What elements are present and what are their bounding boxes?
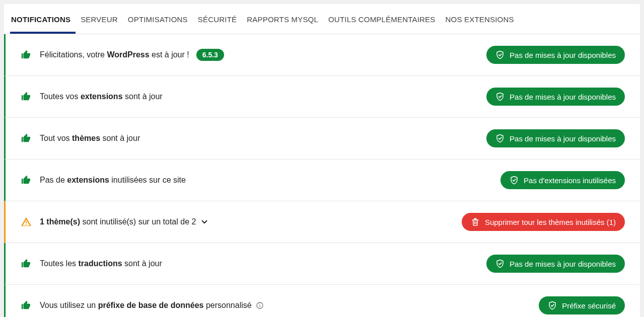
text-bold: extensions bbox=[67, 176, 109, 184]
row-wordpress: Félicitations, votre WordPress est à jou… bbox=[4, 34, 640, 76]
text-bold: thèmes bbox=[72, 134, 100, 142]
shield-check-icon bbox=[510, 176, 519, 185]
shield-check-icon bbox=[495, 92, 505, 101]
text-bold: extensions bbox=[81, 92, 123, 101]
no-unused-extensions-button[interactable]: Pas d'extensions inutilisées bbox=[500, 171, 625, 189]
text-post: personnalisé bbox=[203, 301, 251, 309]
info-icon[interactable] bbox=[256, 301, 264, 309]
btn-label: Pas de mises à jour disponibles bbox=[510, 51, 616, 59]
text-post: inutilisées sur ce site bbox=[109, 176, 186, 184]
shield-check-icon bbox=[495, 50, 505, 59]
thumbs-up-icon bbox=[21, 91, 32, 102]
tab-notifications[interactable]: NOTIFICATIONS bbox=[10, 4, 76, 34]
text-bold: traductions bbox=[78, 259, 122, 268]
row-extensions-uptodate: Toutes vos extensions sont à jour Pas de… bbox=[4, 76, 640, 118]
shield-check-icon bbox=[495, 259, 505, 268]
row-extensions-unused: Pas de extensions inutilisées sur ce sit… bbox=[4, 160, 640, 201]
version-badge: 6.5.3 bbox=[196, 49, 224, 61]
shield-check-icon bbox=[548, 301, 557, 310]
no-updates-button[interactable]: Pas de mises à jour disponibles bbox=[486, 88, 625, 106]
row-db-prefix: Vous utilisez un préfixe de base de donn… bbox=[4, 285, 640, 317]
text-post: sont à jour bbox=[100, 134, 140, 142]
btn-label: Pas de mises à jour disponibles bbox=[510, 93, 616, 101]
trash-icon bbox=[471, 217, 480, 226]
thumbs-up-icon bbox=[21, 49, 32, 60]
row-themes-unused: 1 thème(s) sont inutilisé(s) sur un tota… bbox=[4, 201, 640, 243]
tab-rapports-mysql[interactable]: RAPPORTS MYSQL bbox=[242, 4, 323, 34]
btn-label: Supprimer tour les thèmes inutilisés (1) bbox=[485, 218, 616, 226]
text-post: est à jour ! bbox=[150, 50, 189, 59]
tab-optimisations[interactable]: OPTIMISATIONS bbox=[123, 4, 193, 34]
no-updates-button[interactable]: Pas de mises à jour disponibles bbox=[486, 129, 625, 147]
text-bold: 1 thème(s) bbox=[40, 217, 80, 226]
tab-serveur[interactable]: SERVEUR bbox=[76, 4, 123, 34]
text-post: sont inutilisé(s) sur un total de 2 bbox=[80, 217, 196, 226]
thumbs-up-icon bbox=[21, 300, 32, 311]
text-pre: Félicitations, votre bbox=[40, 50, 107, 59]
prefix-secured-button[interactable]: Préfixe sécurisé bbox=[539, 296, 625, 314]
main-panel: NOTIFICATIONS SERVEUR OPTIMISATIONS SÉCU… bbox=[4, 4, 640, 317]
btn-label: Pas de mises à jour disponibles bbox=[510, 260, 616, 268]
no-updates-button[interactable]: Pas de mises à jour disponibles bbox=[486, 46, 625, 64]
warning-icon bbox=[21, 216, 32, 227]
shield-check-icon bbox=[495, 134, 505, 143]
text-bold: WordPress bbox=[107, 50, 149, 59]
no-updates-button[interactable]: Pas de mises à jour disponibles bbox=[486, 255, 625, 273]
delete-unused-themes-button[interactable]: Supprimer tour les thèmes inutilisés (1) bbox=[462, 213, 625, 231]
thumbs-up-icon bbox=[21, 258, 32, 269]
row-text: Toutes les traductions sont à jour bbox=[40, 259, 486, 268]
row-text: Pas de extensions inutilisées sur ce sit… bbox=[40, 176, 500, 185]
thumbs-up-icon bbox=[21, 175, 32, 186]
tab-outils-complementaires[interactable]: OUTILS COMPLÉMENTAIRES bbox=[323, 4, 441, 34]
text-post: sont à jour bbox=[122, 259, 162, 268]
row-text: Vous utilisez un préfixe de base de donn… bbox=[40, 301, 539, 310]
tab-nos-extensions[interactable]: NOS EXTENSIONS bbox=[441, 4, 519, 34]
text-pre: Toutes les bbox=[40, 259, 78, 268]
row-translations: Toutes les traductions sont à jour Pas d… bbox=[4, 243, 640, 285]
text-pre: Pas de bbox=[40, 176, 67, 184]
text-pre: Toutes vos bbox=[40, 92, 81, 101]
row-text: Félicitations, votre WordPress est à jou… bbox=[40, 49, 486, 61]
notifications-list: Félicitations, votre WordPress est à jou… bbox=[4, 34, 640, 317]
row-themes-uptodate: Tout vos thèmes sont à jour Pas de mises… bbox=[4, 118, 640, 160]
btn-label: Préfixe sécurisé bbox=[562, 301, 616, 310]
text-pre: Tout vos bbox=[40, 134, 72, 142]
row-text: Tout vos thèmes sont à jour bbox=[40, 134, 486, 143]
btn-label: Pas de mises à jour disponibles bbox=[510, 134, 616, 143]
text-pre: Vous utilisez un bbox=[40, 301, 98, 309]
text-bold: préfixe de base de données bbox=[98, 301, 204, 309]
chevron-down-icon[interactable] bbox=[200, 217, 209, 226]
tab-securite[interactable]: SÉCURITÉ bbox=[193, 4, 242, 34]
tabs: NOTIFICATIONS SERVEUR OPTIMISATIONS SÉCU… bbox=[4, 4, 640, 34]
thumbs-up-icon bbox=[21, 133, 32, 144]
btn-label: Pas d'extensions inutilisées bbox=[524, 176, 616, 185]
text-post: sont à jour bbox=[123, 92, 163, 101]
row-text: 1 thème(s) sont inutilisé(s) sur un tota… bbox=[40, 217, 462, 226]
row-text: Toutes vos extensions sont à jour bbox=[40, 92, 486, 101]
